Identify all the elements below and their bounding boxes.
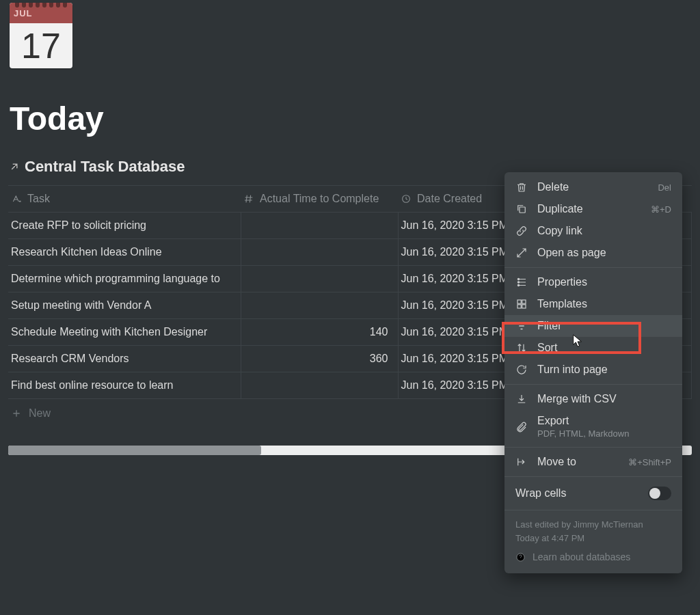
svg-rect-5 [517, 300, 521, 303]
trash-icon [515, 181, 528, 193]
number-property-icon [243, 193, 254, 204]
svg-rect-8 [522, 305, 526, 308]
move-icon [515, 456, 528, 468]
cell-task[interactable]: Create RFP to solicit pricing [8, 213, 241, 239]
scrollbar-thumb[interactable] [8, 446, 261, 455]
svg-rect-6 [522, 300, 526, 303]
menu-sort[interactable]: Sort [504, 337, 682, 359]
menu-filter[interactable]: Filter [504, 315, 682, 337]
cell-actual-time[interactable] [241, 292, 398, 319]
cell-task[interactable]: Determine which programming language to [8, 266, 241, 292]
text-property-icon [11, 193, 22, 204]
cell-actual-time[interactable]: 140 [241, 319, 398, 346]
learn-link[interactable]: Learn about databases [504, 546, 682, 569]
paperclip-icon [515, 421, 528, 433]
link-icon [515, 225, 528, 237]
calendar-icon: JUL 17 [10, 3, 72, 68]
menu-merge-csv[interactable]: Merge with CSV [504, 388, 682, 410]
clock-icon [401, 193, 412, 204]
menu-turn-into-page[interactable]: Turn into page [504, 359, 682, 381]
svg-point-2 [517, 278, 519, 279]
cell-task[interactable]: Research Kitchen Ideas Online [8, 239, 241, 266]
arrow-upper-right-icon [8, 161, 21, 173]
last-edited-info: Last edited by Jimmy McTiernan Today at … [504, 514, 682, 546]
menu-properties[interactable]: Properties [504, 271, 682, 293]
cell-actual-time[interactable] [241, 266, 398, 292]
svg-rect-7 [517, 305, 521, 308]
context-menu: Delete Del Duplicate ⌘+D Copy link Open … [504, 172, 682, 573]
download-icon [515, 393, 528, 405]
menu-wrap-cells[interactable]: Wrap cells [504, 480, 682, 506]
expand-icon [515, 247, 528, 259]
cursor-pointer-icon [571, 333, 584, 348]
calendar-month: JUL [14, 8, 33, 18]
help-icon [515, 552, 526, 562]
menu-move-to[interactable]: Move to ⌘+Shift+P [504, 451, 682, 473]
properties-icon [515, 276, 528, 288]
cell-task[interactable]: Find best online resource to learn [8, 372, 241, 399]
svg-rect-1 [520, 207, 525, 213]
menu-delete[interactable]: Delete Del [504, 176, 682, 198]
menu-open-as-page[interactable]: Open as page [504, 242, 682, 264]
svg-point-4 [517, 284, 519, 286]
menu-copy-link[interactable]: Copy link [504, 220, 682, 242]
templates-icon [515, 298, 528, 310]
page-title: Today [10, 100, 692, 137]
col-header-actual-time[interactable]: Actual Time to Complete [241, 186, 398, 213]
menu-export[interactable]: Export PDF, HTML, Markdown [504, 410, 682, 443]
cell-task[interactable]: Schedule Meeting with Kitchen Designer [8, 319, 241, 346]
cell-actual-time[interactable]: 360 [241, 346, 398, 372]
wrap-cells-toggle[interactable] [648, 487, 671, 500]
duplicate-icon [515, 203, 528, 215]
cell-actual-time[interactable] [241, 213, 398, 239]
database-title: Central Task Database [25, 158, 185, 176]
calendar-day: 17 [10, 23, 72, 68]
menu-duplicate[interactable]: Duplicate ⌘+D [504, 198, 682, 220]
cell-actual-time[interactable] [241, 239, 398, 266]
cell-actual-time[interactable] [241, 372, 398, 399]
refresh-icon [515, 364, 528, 376]
sort-icon [515, 342, 528, 354]
menu-templates[interactable]: Templates [504, 293, 682, 315]
plus-icon [11, 408, 22, 419]
col-header-task[interactable]: Task [8, 186, 241, 213]
cell-task[interactable]: Research CRM Vendors [8, 346, 241, 372]
cell-task[interactable]: Setup meeting with Vendor A [8, 292, 241, 319]
filter-icon [515, 320, 528, 332]
svg-point-3 [517, 282, 519, 283]
